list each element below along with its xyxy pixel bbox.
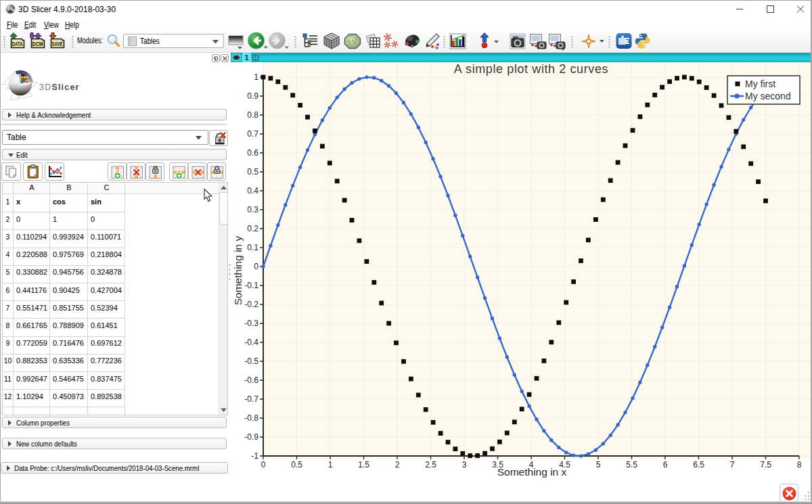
svg-text:My second: My second [745,91,791,101]
svg-text:0.5: 0.5 [291,460,302,469]
svg-text:6.5: 6.5 [693,460,704,469]
svg-text:1.5: 1.5 [358,460,369,469]
svg-text:0: 0 [261,460,266,469]
svg-text:6: 6 [663,460,668,469]
svg-text:5.5: 5.5 [626,460,637,469]
svg-text:Something in y: Something in y [232,235,244,305]
svg-text:1: 1 [254,72,258,82]
svg-text:-0.9: -0.9 [244,432,258,442]
svg-text:0.8: 0.8 [247,110,258,120]
svg-text:-0.8: -0.8 [244,413,258,423]
svg-text:A simple plot with 2 curves: A simple plot with 2 curves [454,62,608,76]
svg-text:2.5: 2.5 [425,460,436,469]
svg-text:-0.3: -0.3 [244,319,258,328]
svg-text:8: 8 [797,460,802,469]
svg-text:DCM: DCM [32,41,43,47]
svg-text:0.2: 0.2 [247,224,258,233]
svg-text:2: 2 [395,460,400,469]
svg-text:1: 1 [328,460,333,469]
svg-text:7.5: 7.5 [760,460,771,469]
svg-text:-0.2: -0.2 [244,300,258,309]
svg-text:0.5: 0.5 [247,167,258,177]
svg-text:0: 0 [254,262,258,271]
svg-text:SAVE: SAVE [52,41,63,47]
svg-text:0.4: 0.4 [247,186,258,196]
svg-text:-0.6: -0.6 [244,375,258,385]
svg-text:-0.4: -0.4 [244,338,258,347]
svg-text:-0.7: -0.7 [244,394,258,404]
svg-text:0.9: 0.9 [247,91,258,101]
svg-text:-0.5: -0.5 [244,357,258,366]
svg-text:0.7: 0.7 [247,129,258,139]
svg-text:-0.1: -0.1 [244,281,258,290]
svg-text:My first: My first [745,78,775,89]
svg-text:7: 7 [730,460,735,469]
svg-text:0.3: 0.3 [247,205,258,214]
svg-text:5: 5 [596,460,601,469]
svg-text:3: 3 [462,460,467,469]
svg-text:0.1: 0.1 [247,243,258,252]
svg-text:Something in x: Something in x [497,466,567,478]
svg-text:DATA: DATA [12,41,23,47]
svg-text:-1: -1 [251,451,258,461]
svg-text:0.6: 0.6 [247,148,258,158]
